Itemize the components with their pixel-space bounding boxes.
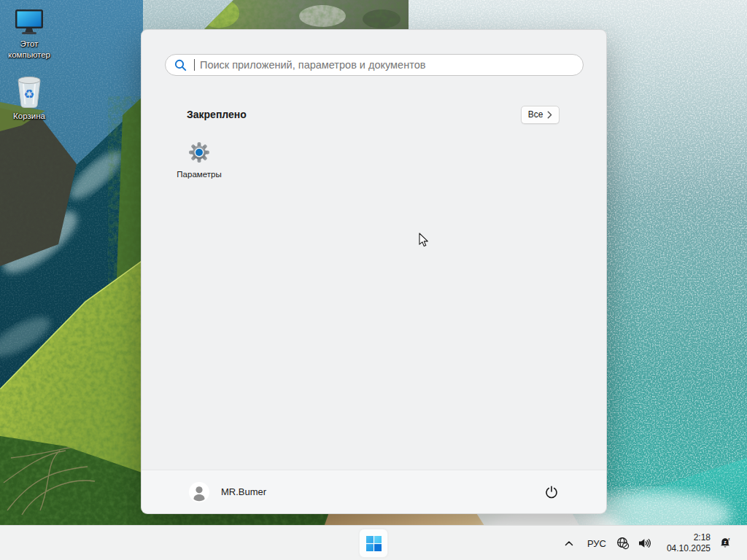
windows-logo-icon: [366, 536, 382, 551]
search-box[interactable]: [165, 54, 584, 76]
user-bar: MR.Bumer: [142, 470, 606, 513]
notification-center-button[interactable]: z z: [712, 529, 738, 558]
all-apps-label: Все: [528, 109, 543, 120]
user-avatar-icon: [189, 482, 209, 502]
pinned-app-settings[interactable]: Параметры: [164, 135, 234, 179]
system-tray: РУС 2:18 04.10: [557, 526, 738, 560]
volume-button[interactable]: [633, 529, 657, 558]
desktop-icon-label: Корзина: [1, 111, 58, 122]
clock-button[interactable]: 2:18 04.10.2025: [657, 529, 712, 558]
user-account-button[interactable]: MR.Bumer: [189, 479, 272, 505]
search-input[interactable]: [195, 59, 574, 71]
chevron-right-icon: [547, 111, 552, 119]
computer-icon: [13, 9, 45, 36]
chevron-up-icon: [562, 538, 576, 548]
pinned-section-header-row: Закреплено Все: [187, 103, 560, 126]
taskbar: РУС 2:18 04.10: [0, 525, 747, 560]
bell-dnd-icon: z z: [719, 537, 732, 550]
desktop: Этот компьютер ♻ Корзина Закреплено Все: [0, 0, 747, 560]
start-button[interactable]: [359, 529, 388, 558]
svg-text:z: z: [728, 537, 730, 541]
settings-gear-icon: [188, 141, 210, 163]
power-button[interactable]: [538, 479, 565, 505]
svg-text:z: z: [724, 540, 727, 545]
app-label: Параметры: [177, 170, 221, 179]
power-icon: [544, 485, 559, 499]
recycle-bin-icon: ♻: [15, 75, 44, 109]
pinned-header: Закреплено: [187, 109, 247, 120]
language-indicator[interactable]: РУС: [581, 529, 613, 558]
tray-date: 04.10.2025: [667, 543, 711, 554]
globe-no-internet-icon: [616, 537, 630, 550]
svg-text:♻: ♻: [23, 88, 34, 101]
tray-overflow-button[interactable]: [557, 529, 581, 558]
desktop-icon-label: Этот компьютер: [1, 39, 58, 61]
user-name: MR.Bumer: [221, 486, 266, 497]
desktop-icon-recycle-bin[interactable]: ♻ Корзина: [1, 75, 58, 122]
network-button[interactable]: [613, 529, 633, 558]
all-apps-button[interactable]: Все: [521, 106, 560, 124]
speaker-icon: [638, 537, 652, 549]
search-icon: [174, 59, 187, 71]
tray-time: 2:18: [694, 532, 711, 543]
start-menu: Закреплено Все: [141, 29, 607, 514]
desktop-icon-this-pc[interactable]: Этот компьютер: [1, 9, 58, 61]
